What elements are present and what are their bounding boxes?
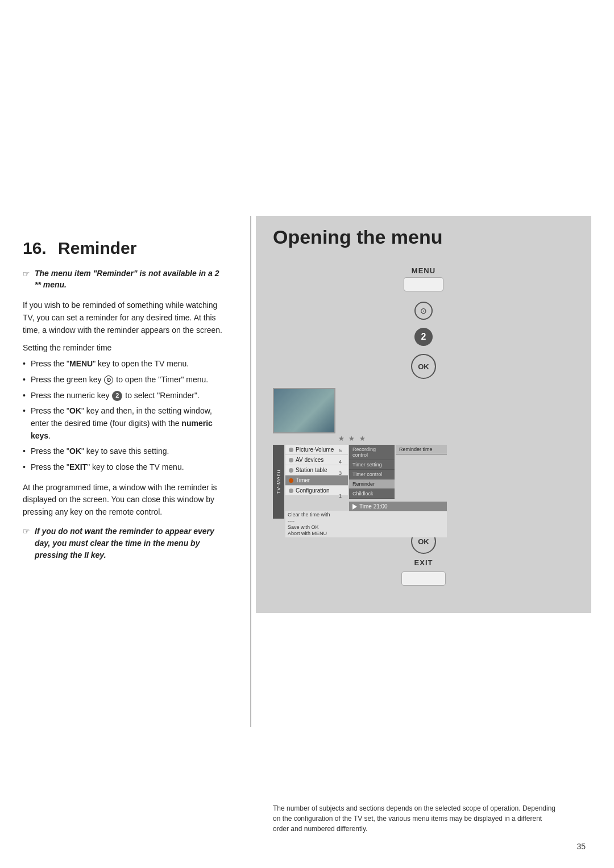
menu-key-label: MENU	[412, 266, 435, 275]
list-item: Press the numeric key 2 to select "Remin…	[23, 390, 227, 402]
submenu-item: Childlock	[349, 489, 395, 499]
menu-item-label: Picture·Volume	[296, 446, 334, 453]
list-item: Press the "EXIT" key to close the TV men…	[23, 461, 227, 474]
right-title: Opening the menu	[273, 226, 574, 248]
menu-dot	[289, 468, 293, 473]
section-number: 16.	[23, 239, 47, 258]
list-item: Press the "OK" key and then, in the sett…	[23, 405, 227, 442]
menu-num: 1	[337, 490, 344, 502]
column-divider	[250, 216, 251, 727]
list-item: Press the "OK" key to save this setting.	[23, 445, 227, 458]
body-paragraph-1: If you wish to be reminded of something …	[23, 299, 227, 336]
menu-item-label: Timer	[296, 477, 310, 483]
bottom-keys-section: OK EXIT	[273, 529, 574, 586]
ok-key-button-1[interactable]: OK	[411, 354, 436, 379]
menu-key-button[interactable]	[404, 277, 443, 291]
tv-submenu: Recording control Timer setting Timer co…	[349, 445, 395, 499]
tv-menu-numbers: 5 4 3 1	[337, 445, 344, 502]
info-line: Save with OK	[288, 524, 445, 530]
section-name: Reminder	[58, 239, 136, 258]
section-title: 16. Reminder	[23, 239, 227, 258]
submenu-item-reminder: Reminder	[349, 479, 395, 489]
green-key-icon: ⊙	[104, 375, 113, 385]
body-paragraph-2: At the programmed time, a window with th…	[23, 482, 227, 519]
tv-menu-sidebar-label: TV-Menu	[273, 445, 284, 519]
right-content-area: MENU ⊙ 2 OK ★ ★ ★ TV-Menu	[256, 266, 591, 586]
green-key-button[interactable]: ⊙	[414, 302, 433, 320]
instruction-list: Press the "MENU" key to open the TV menu…	[23, 358, 227, 474]
menu-num: 3	[337, 468, 344, 479]
numeric-key-2-button[interactable]: 2	[414, 328, 433, 346]
tv-time-display: Time 21:00	[349, 502, 447, 511]
note-icon-1: ☞	[23, 269, 30, 278]
tv-stars: ★ ★ ★	[338, 435, 367, 443]
right-header: Opening the menu	[256, 216, 591, 256]
info-line: Clear the time with	[288, 512, 445, 518]
menu-item-label: AV devices	[296, 457, 323, 463]
menu-num	[337, 479, 344, 490]
submenu-item: Timer setting	[349, 460, 395, 470]
menu-dot	[289, 489, 293, 493]
menu-item-label: Station table	[296, 467, 327, 473]
tv-sub2-menu: Reminder time	[396, 445, 447, 454]
exit-key-label: EXIT	[414, 558, 433, 567]
tv-thumbnail	[273, 388, 335, 433]
sub2-item-reminder-time: Reminder time	[396, 445, 447, 454]
menu-dot-active	[289, 478, 293, 483]
num-key-icon: 2	[112, 391, 122, 401]
setting-label: Setting the reminder time	[23, 343, 227, 352]
time-value: Time 21:00	[359, 503, 388, 510]
footer-note: The number of subjects and sections depe…	[256, 803, 574, 834]
tv-info-lines: Clear the time with ---- Save with OK Ab…	[285, 511, 447, 537]
menu-item-label: Configuration	[296, 487, 329, 494]
menu-num: 5	[337, 445, 344, 456]
info-line: Abort with MENU	[288, 531, 445, 536]
note-block-2: ☞ If you do not want the reminder to app…	[23, 525, 227, 561]
right-column: Opening the menu MENU ⊙ 2 OK	[256, 216, 591, 613]
note-block-1: ☞ The menu item "Reminder" is not availa…	[23, 268, 227, 290]
left-column: 16. Reminder ☞ The menu item "Reminder" …	[23, 239, 227, 561]
page-number: 35	[576, 842, 586, 851]
menu-num: 4	[337, 456, 344, 468]
submenu-item: Timer control	[349, 470, 395, 479]
note-icon-2: ☞	[23, 527, 30, 536]
list-item: Press the "MENU" key to open the TV menu…	[23, 358, 227, 370]
list-item: Press the green key ⊙ to open the "Timer…	[23, 374, 227, 386]
note-text-1: The menu item "Reminder" is not availabl…	[35, 268, 227, 290]
play-icon	[352, 504, 357, 510]
menu-key-section: MENU	[273, 266, 574, 291]
exit-key-button[interactable]	[401, 571, 446, 586]
submenu-item: Recording control	[349, 445, 395, 460]
menu-dot	[289, 448, 293, 452]
note-text-2: If you do not want the reminder to appea…	[35, 525, 227, 561]
menu-dot	[289, 458, 293, 462]
info-line: ----	[288, 518, 445, 524]
tv-menu-screenshot: ★ ★ ★ TV-Menu Picture·Volume AV devices …	[273, 388, 574, 519]
